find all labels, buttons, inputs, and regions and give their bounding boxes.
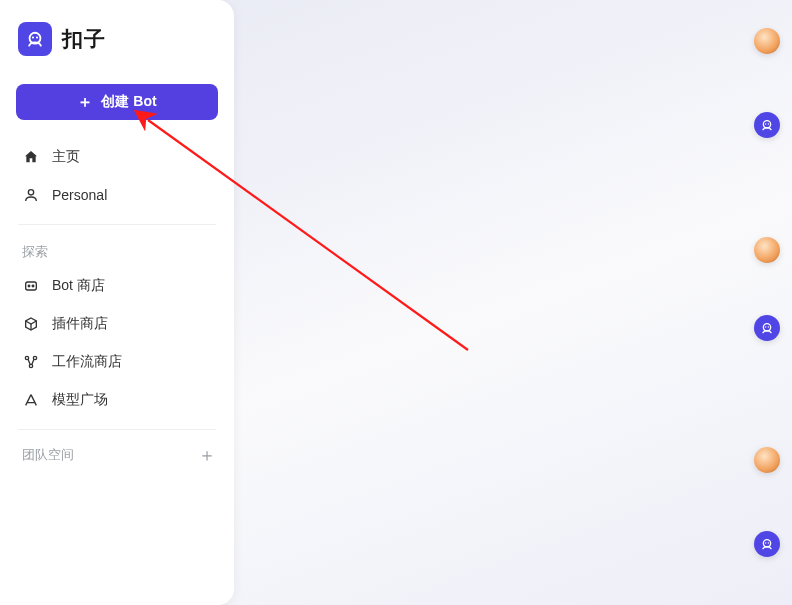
svg-point-2 [36,36,38,38]
create-bot-label: 创建 Bot [101,93,156,111]
nav-home[interactable]: 主页 [8,138,226,176]
sidebar: 扣子 ＋ 创建 Bot 主页 Personal 探索 Bot 商店 [0,0,234,605]
svg-point-3 [28,190,33,195]
svg-point-10 [763,121,770,128]
floating-buttons [750,0,784,605]
bot-button-3[interactable] [754,531,780,557]
team-space-section: 团队空间 ＋ [0,430,234,470]
nav-personal[interactable]: Personal [8,176,226,214]
nav-plugin-store[interactable]: 插件商店 [8,305,226,343]
svg-rect-4 [26,282,37,290]
nav-explore: Bot 商店 插件商店 工作流商店 模型广场 [0,267,234,419]
nav-bot-store-label: Bot 商店 [52,277,105,295]
nav-workflow-store-label: 工作流商店 [52,353,122,371]
explore-section-title: 探索 [0,225,234,267]
avatar-button-3[interactable] [754,447,780,473]
nav-bot-store[interactable]: Bot 商店 [8,267,226,305]
bot-button-1[interactable] [754,112,780,138]
nav-plugin-store-label: 插件商店 [52,315,108,333]
svg-point-16 [763,540,770,547]
user-icon [22,186,40,204]
nav-model-square[interactable]: 模型广场 [8,381,226,419]
svg-point-1 [32,36,34,38]
brand: 扣子 [0,0,234,66]
svg-point-5 [28,285,30,287]
nav-model-square-label: 模型广场 [52,391,108,409]
workflow-icon [22,353,40,371]
bot-button-2[interactable] [754,315,780,341]
add-team-button[interactable]: ＋ [198,446,216,464]
bot-icon [22,277,40,295]
svg-point-6 [32,285,34,287]
brand-title: 扣子 [62,25,106,53]
plus-icon: ＋ [77,94,93,110]
svg-point-11 [765,123,766,124]
svg-point-14 [765,326,766,327]
avatar-button-1[interactable] [754,28,780,54]
brand-logo-icon [18,22,52,56]
create-bot-button[interactable]: ＋ 创建 Bot [16,84,218,120]
package-icon [22,315,40,333]
model-icon [22,391,40,409]
nav-primary: 主页 Personal [0,128,234,214]
svg-point-17 [765,542,766,543]
svg-point-7 [25,356,28,359]
avatar-button-2[interactable] [754,237,780,263]
main-area [234,0,792,605]
team-space-title: 团队空间 [22,446,74,464]
svg-point-13 [763,324,770,331]
nav-workflow-store[interactable]: 工作流商店 [8,343,226,381]
svg-point-18 [768,542,769,543]
home-icon [22,148,40,166]
svg-point-15 [768,326,769,327]
svg-point-8 [33,356,36,359]
nav-home-label: 主页 [52,148,80,166]
nav-personal-label: Personal [52,187,107,203]
create-button-container: ＋ 创建 Bot [0,66,234,128]
svg-point-12 [768,123,769,124]
